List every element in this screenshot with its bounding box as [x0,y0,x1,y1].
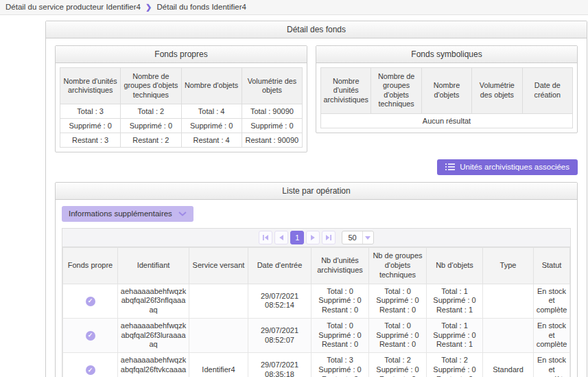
statut-cell: En stock et complète [534,284,570,318]
type-cell [483,318,534,352]
fonds-propre-cell: ✓ [63,284,118,318]
column-header: Nombre d'objets [181,68,242,104]
detail-des-fonds-title: Détail des fonds [46,21,587,38]
additional-info-button[interactable]: Informations supplémentaires [62,206,193,222]
table-row: ✓ aehaaaaabehfwqzkabqfqal26ftvkcaaaaaq I… [63,353,570,377]
column-header: Statut [534,248,570,284]
supprime-cell: Supprimé : 0 [181,119,242,133]
restant-cell: Restant : 90090 [242,133,302,148]
fonds-propres-title: Fonds propres [56,46,307,63]
column-header: Nombre d'unités archivistiques [60,68,121,104]
identifiant-cell: aehaaaaabehfwqzkabqfqal26ftvkcaaaaaq [118,353,189,377]
column-header: Volumétrie des objets [242,68,302,104]
column-header: Identifiant [118,248,189,284]
column-header: Date de création [522,68,572,114]
date-entree-cell: 29/07/2021 08:52:07 [248,318,311,352]
page-size-select[interactable]: 50 [342,231,373,244]
select-chevron-icon [362,231,373,244]
supprime-cell: Supprimé : 0 [60,119,121,133]
pagination: 1 50 [62,229,570,247]
nb-objets-cell: Total : 2 Supprimé : 0 Restant : 2 [427,353,483,377]
restant-cell: Restant : 4 [181,133,242,148]
fonds-propres-panel: Fonds propres Nombre d'unités archivisti… [55,45,307,152]
operations-table-container: 1 50 [62,228,571,377]
column-header: Date d'entrée [248,248,311,284]
check-circle-icon: ✓ [86,365,95,375]
liste-par-operation-panel: Liste par opération Informations supplém… [55,182,578,377]
statut-cell: En stock et complète [534,353,570,377]
nb-objets-cell: Total : 1 Supprimé : 0 Restant : 1 [427,318,483,352]
fonds-propre-cell: ✓ [63,353,118,377]
column-header: Type [483,248,534,284]
type-cell [483,284,534,318]
column-header: Nb d'unités archivistiques [311,248,369,284]
detail-des-fonds-panel: Détail des fonds Fonds propres Nombre d'… [45,21,587,377]
date-entree-cell: 29/07/2021 08:52:14 [248,284,311,318]
service-versant-cell: Identifier4 [189,353,248,377]
fonds-symboliques-panel: Fonds symboliques Nombre d'unités archiv… [316,45,578,133]
fonds-symboliques-table: Nombre d'unités archivistiques Nombre de… [320,67,573,128]
statut-cell: En stock et complète [534,318,570,352]
table-row: Total : 3 Total : 2 Total : 4 Total : 90… [60,104,303,119]
supprime-cell: Supprimé : 0 [242,119,302,133]
column-header: Volumétrie des objets [472,68,522,114]
check-circle-icon: ✓ [86,297,95,306]
total-cell: Total : 4 [181,104,242,119]
supprime-cell: Supprimé : 0 [121,119,181,133]
chevron-down-icon [178,212,187,216]
last-page-button[interactable] [322,231,336,244]
nb-unites-cell: Total : 0 Supprimé : 0 Restant : 0 [311,318,369,352]
column-header: Fonds propre [63,248,118,284]
column-header: Service versant [189,248,248,284]
check-circle-icon: ✓ [86,331,95,341]
operations-table: Fonds propre Identifiant Service versant… [62,247,570,377]
breadcrumb-item-service-producteur[interactable]: Détail du service producteur Identifier4 [5,3,141,11]
table-row: Restant : 3 Restant : 2 Restant : 4 Rest… [60,133,303,148]
fonds-symboliques-title: Fonds symboliques [316,46,577,63]
previous-page-button[interactable] [274,231,288,244]
page-size-value: 50 [342,233,362,242]
liste-par-operation-title: Liste par opération [56,183,577,200]
column-header: Nb de groupes d'objets techniques [369,248,427,284]
nb-unites-cell: Total : 0 Supprimé : 0 Restant : 0 [311,284,369,318]
service-versant-cell [189,284,248,318]
total-cell: Total : 3 [60,104,121,119]
liste-par-operation-body: Informations supplémentaires 1 [56,200,577,377]
date-entree-cell: 29/07/2021 08:35:18 [248,353,311,377]
breadcrumb: Détail du service producteur Identifier4… [0,0,588,15]
nb-groupes-cell: Total : 0 Supprimé : 0 Restant : 0 [369,284,427,318]
identifiant-cell: aehaaaaabehfwqzkabqfqal26f3nflqaaaaq [118,284,189,318]
breadcrumb-item-fonds[interactable]: Détail du fonds Identifier4 [157,3,246,11]
restant-cell: Restant : 2 [121,133,181,148]
table-row: Supprimé : 0 Supprimé : 0 Supprimé : 0 S… [60,119,303,133]
breadcrumb-chevron-icon: ❯ [145,3,152,11]
identifiant-cell: aehaaaaabehfwqzkabqfqal26f3luraaaaaq [118,318,189,352]
fonds-propre-cell: ✓ [63,318,118,352]
next-page-button[interactable] [306,231,320,244]
column-header: Nb d'objets [427,248,483,284]
fonds-propres-body: Nombre d'unités archivistiques Nombre de… [56,63,307,152]
table-header-row: Nombre d'unités archivistiques Nombre de… [321,68,573,114]
type-cell: Standard [483,353,534,377]
fonds-symboliques-body: Nombre d'unités archivistiques Nombre de… [316,63,577,133]
nb-objets-cell: Total : 1 Supprimé : 0 Restant : 1 [427,284,483,318]
table-header-row: Nombre d'unités archivistiques Nombre de… [60,68,303,104]
detail-des-fonds-body: Fonds propres Nombre d'unités archivisti… [46,38,587,377]
actions-row: Unités archivistiques associées [55,159,578,175]
associated-archival-units-button[interactable]: Unités archivistiques associées [437,159,578,175]
nb-groupes-cell: Total : 2 Supprimé : 0 Restant : 2 [369,353,427,377]
total-cell: Total : 90090 [242,104,302,119]
restant-cell: Restant : 3 [60,133,121,148]
fonds-summary-row: Fonds propres Nombre d'unités archivisti… [55,45,578,152]
total-cell: Total : 2 [121,104,181,119]
service-versant-cell [189,318,248,352]
column-header: Nombre de groupes d'objets techniques [121,68,181,104]
column-header: Nombre d'objets [421,68,471,114]
column-header: Nombre de groupes d'objets techniques [371,68,421,114]
nb-unites-cell: Total : 3 Supprimé : 0 Restant : 3 [311,353,369,377]
first-page-button[interactable] [259,231,272,244]
nb-groupes-cell: Total : 0 Supprimé : 0 Restant : 0 [369,318,427,352]
table-header-row: Fonds propre Identifiant Service versant… [63,248,570,284]
table-row: ✓ aehaaaaabehfwqzkabqfqal26f3nflqaaaaq 2… [63,284,570,318]
current-page-button[interactable]: 1 [290,231,304,244]
